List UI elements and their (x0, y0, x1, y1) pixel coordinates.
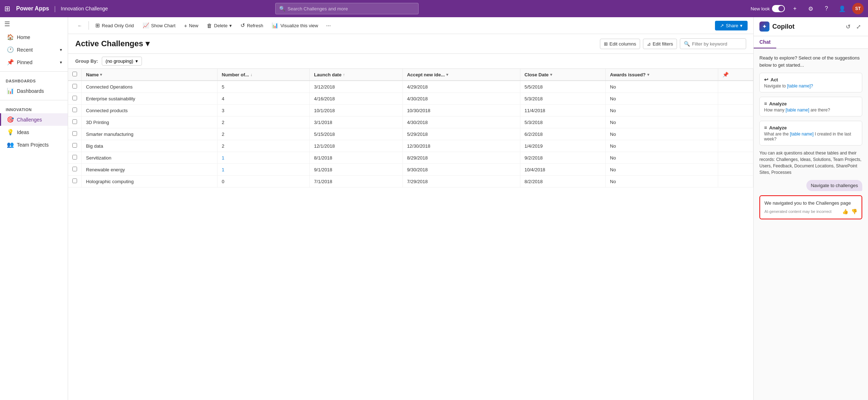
row-checkbox-3[interactable] (68, 116, 82, 128)
col-checkbox[interactable] (68, 69, 82, 81)
row-checkbox-8[interactable] (68, 176, 82, 187)
suggestion-analyze-2[interactable]: ≡ Analyze What are the [table name] I cr… (759, 121, 862, 146)
nav-separator: | (54, 5, 56, 13)
grid-title-chevron-icon[interactable]: ▾ (146, 39, 149, 48)
act-link[interactable]: [table name]? (787, 84, 813, 89)
filter-keyword-input[interactable] (692, 41, 742, 47)
row-checkbox-7[interactable] (68, 164, 82, 176)
new-look-switch[interactable] (772, 5, 785, 12)
user-icon[interactable]: 👤 (836, 3, 848, 14)
table-row[interactable]: Servitization 1 8/1/2018 8/29/2018 9/2/2… (68, 152, 753, 164)
more-options-button[interactable]: ⋯ (323, 21, 334, 30)
row-checkbox-6[interactable] (68, 152, 82, 164)
row-checkbox-4[interactable] (68, 128, 82, 140)
pin-icon[interactable]: 📌 (722, 72, 729, 77)
sidebar-item-recent[interactable]: 🕐 Recent ▾ (0, 43, 68, 56)
search-input[interactable] (287, 6, 415, 11)
show-chart-button[interactable]: 📈 Show Chart (139, 20, 179, 31)
waffle-icon[interactable]: ⊞ (4, 4, 10, 13)
filter-input-wrapper[interactable]: 🔍 (680, 38, 746, 49)
new-button[interactable]: + New (181, 20, 202, 31)
col-accept-label: Accept new ide... (407, 72, 445, 77)
tab-chat[interactable]: Chat (754, 36, 776, 48)
sidebar-item-team-projects[interactable]: 👥 Team Projects (0, 138, 68, 151)
cell-name-6[interactable]: Servitization (82, 152, 218, 164)
col-awards-issued[interactable]: Awards issued? ▾ (606, 69, 718, 81)
cell-name-5[interactable]: Big data (82, 140, 218, 152)
suggestion-analyze-1[interactable]: ≡ Analyze How many [table name] are ther… (759, 97, 862, 116)
row-check-2[interactable] (72, 108, 77, 112)
back-button[interactable]: ← (74, 21, 86, 30)
cell-launch-1: 4/16/2018 (310, 93, 402, 105)
edit-filters-button[interactable]: ⊿ Edit filters (643, 39, 677, 49)
select-all-checkbox[interactable] (72, 72, 77, 76)
analyze-1-link[interactable]: [table name] (786, 108, 809, 113)
sidebar-item-dashboards[interactable]: 📊 Dashboards (0, 85, 68, 97)
search-bar[interactable]: 🔍 (275, 3, 419, 14)
cell-name-7[interactable]: Renewable energy (82, 164, 218, 176)
row-check-0[interactable] (72, 84, 77, 89)
cell-number-7: 1 (217, 164, 310, 176)
thumbs-up-icon[interactable]: 👍 (842, 209, 848, 214)
help-icon[interactable]: ? (821, 3, 832, 14)
table-row[interactable]: Connected products 3 10/1/2018 10/30/201… (68, 105, 753, 116)
analyze-2-link[interactable]: [table name] (790, 132, 814, 137)
row-check-6[interactable] (72, 155, 77, 159)
col-name[interactable]: Name ▾ (82, 69, 218, 81)
col-launch-date[interactable]: Launch date ↑ (310, 69, 402, 81)
table-row[interactable]: Renewable energy 1 9/1/2018 9/30/2018 10… (68, 164, 753, 176)
cell-name-8[interactable]: Holographic computing (82, 176, 218, 187)
row-checkbox-1[interactable] (68, 93, 82, 105)
table-row[interactable]: Connected Operations 5 3/12/2018 4/29/20… (68, 81, 753, 93)
row-checkbox-5[interactable] (68, 140, 82, 152)
visualize-button[interactable]: 📊 Visualize this view (268, 20, 321, 31)
col-accept-new-idea[interactable]: Accept new ide... ▾ (402, 69, 520, 81)
edit-columns-button[interactable]: ⊞ Edit columns (600, 39, 640, 49)
table-row[interactable]: Smarter manufacturing 2 5/15/2018 5/29/2… (68, 128, 753, 140)
suggestion-analyze-1-type: ≡ Analyze (764, 101, 858, 106)
grid-actions: ⊞ Edit columns ⊿ Edit filters 🔍 (600, 38, 747, 49)
read-only-grid-button[interactable]: ⊞ Read Only Grid (92, 20, 138, 31)
copilot-expand-button[interactable]: ⤢ (855, 22, 862, 32)
cell-name-2[interactable]: Connected products (82, 105, 218, 116)
cell-name-3[interactable]: 3D Printing (82, 116, 218, 128)
row-check-5[interactable] (72, 143, 77, 148)
grid-title: Active Challenges ▾ (75, 39, 149, 48)
row-check-3[interactable] (72, 119, 77, 124)
col-close-date[interactable]: Close Date ▾ (520, 69, 606, 81)
col-number[interactable]: Number of... ↓ (217, 69, 310, 81)
refresh-button[interactable]: ↺ Refresh (237, 20, 267, 31)
thumbs-down-icon[interactable]: 👎 (851, 209, 857, 214)
table-row[interactable]: 3D Printing 2 3/1/2018 4/30/2018 5/3/201… (68, 116, 753, 128)
table-row[interactable]: Holographic computing 0 7/1/2018 7/29/20… (68, 176, 753, 187)
table-row[interactable]: Big data 2 12/1/2018 12/30/2018 1/4/2019… (68, 140, 753, 152)
add-icon[interactable]: + (789, 3, 801, 14)
row-checkbox-2[interactable] (68, 105, 82, 116)
share-button[interactable]: ↗ Share ▾ (715, 21, 748, 30)
sidebar-item-challenges[interactable]: 🎯 Challenges (0, 113, 68, 126)
delete-button[interactable]: 🗑 Delete ▾ (203, 20, 235, 31)
search-filter-icon: 🔍 (684, 41, 690, 47)
copilot-refresh-button[interactable]: ↺ (844, 22, 852, 32)
settings-icon[interactable]: ⚙ (805, 3, 816, 14)
groupby-select[interactable]: (no grouping) ▾ (102, 57, 142, 66)
sidebar-item-pinned[interactable]: 📌 Pinned ▾ (0, 56, 68, 68)
cell-launch-2: 10/1/2018 (310, 105, 402, 116)
row-check-4[interactable] (72, 131, 77, 136)
cell-accept-2: 10/30/2018 (402, 105, 520, 116)
table-row[interactable]: Enterprise sustainability 4 4/16/2018 4/… (68, 93, 753, 105)
row-check-7[interactable] (72, 167, 77, 171)
cell-extra-4 (718, 128, 753, 140)
home-icon: 🏠 (7, 34, 13, 41)
row-check-1[interactable] (72, 96, 77, 100)
suggestion-act[interactable]: ↩ Act Navigate to [table name]? (759, 73, 862, 92)
cell-name-0[interactable]: Connected Operations (82, 81, 218, 93)
row-checkbox-0[interactable] (68, 81, 82, 93)
sidebar-item-home[interactable]: 🏠 Home (0, 31, 68, 43)
sidebar-item-ideas[interactable]: 💡 Ideas (0, 126, 68, 138)
sidebar-collapse-btn[interactable]: ☰ (0, 17, 68, 31)
cell-name-4[interactable]: Smarter manufacturing (82, 128, 218, 140)
avatar[interactable]: ST (852, 3, 864, 14)
cell-name-1[interactable]: Enterprise sustainability (82, 93, 218, 105)
row-check-8[interactable] (72, 178, 77, 183)
